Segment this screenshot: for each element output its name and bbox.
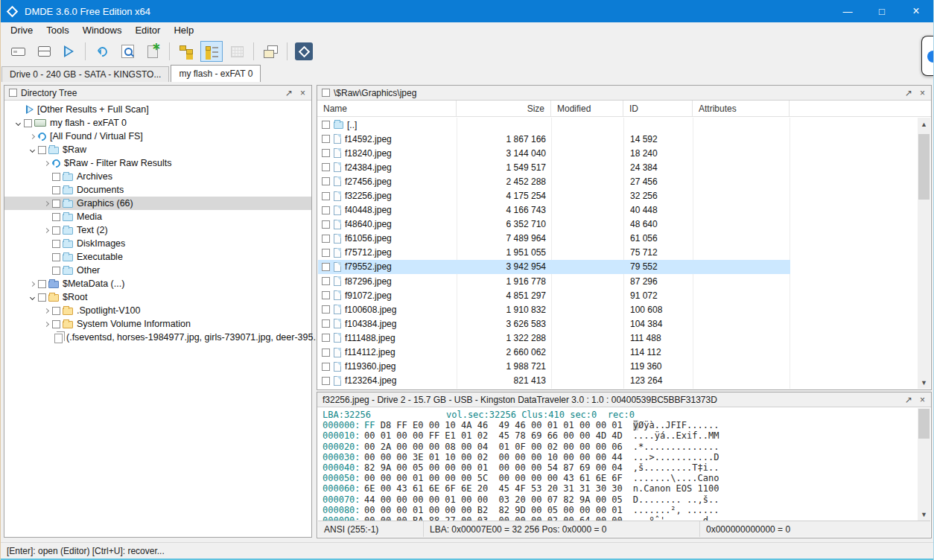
tree-item-checkbox[interactable]: [38, 146, 46, 154]
chevron-right-icon[interactable]: [40, 229, 52, 232]
tree-item[interactable]: $Raw - Filter Raw Results: [4, 156, 311, 170]
file-checkbox[interactable]: [322, 206, 330, 214]
tree-item[interactable]: [All Found / Virtual FS]: [4, 130, 311, 143]
tree-item[interactable]: [Other Results + Full Scan]: [4, 103, 311, 116]
tree-panel-checkbox[interactable]: [9, 89, 17, 97]
file-row[interactable]: f123264.jpeg821 413123 264: [318, 374, 918, 388]
menu-item-help[interactable]: Help: [167, 23, 200, 37]
file-checkbox[interactable]: [322, 277, 330, 285]
tree-item[interactable]: Archives: [4, 170, 311, 183]
hex-row[interactable]: 000000:FF D8 FF E0 00 10 4A 46 49 46 00 …: [323, 420, 918, 430]
tree-item-checkbox[interactable]: [52, 267, 60, 275]
search-file-button[interactable]: [116, 41, 139, 62]
chevron-down-icon[interactable]: [12, 121, 24, 125]
file-row[interactable]: f24384.jpeg1 549 51724 384: [318, 160, 918, 174]
tree-item-checkbox[interactable]: [38, 293, 46, 302]
close-button[interactable]: ×: [899, 0, 933, 22]
hex-row[interactable]: 000080:00 00 00 01 00 00 00 B2 82 9D 00 …: [323, 505, 918, 515]
file-row[interactable]: f79552.jpeg3 942 95479 552: [318, 260, 790, 274]
tree-item-checkbox[interactable]: [52, 200, 60, 208]
tree-item-checkbox[interactable]: [52, 253, 60, 261]
file-row[interactable]: [..]: [318, 118, 918, 132]
file-checkbox[interactable]: [322, 334, 330, 342]
scroll-down-icon[interactable]: ▼: [918, 508, 930, 521]
panel-maximize-icon[interactable]: ↗: [905, 89, 912, 98]
floating-overlay-widget[interactable]: [921, 36, 933, 76]
tree-item[interactable]: Graphics (66): [4, 197, 311, 210]
file-row[interactable]: f114112.jpeg2 660 062114 112: [318, 346, 918, 360]
refresh-button[interactable]: [91, 41, 113, 62]
partitions-button[interactable]: [32, 41, 54, 62]
minimize-button[interactable]: —: [830, 0, 865, 22]
dmde-logo-button[interactable]: [293, 41, 315, 62]
tree-item[interactable]: $MetaData (...): [4, 277, 311, 290]
hex-row[interactable]: 000030:00 00 00 3E 01 10 00 02 00 00 00 …: [323, 452, 918, 462]
file-row[interactable]: f119360.jpeg1 988 721119 360: [318, 360, 918, 374]
file-checkbox[interactable]: [322, 135, 330, 143]
file-checkbox[interactable]: [322, 263, 330, 271]
chevron-down-icon[interactable]: [26, 296, 38, 299]
tree-view-button[interactable]: [175, 41, 197, 62]
tree-item[interactable]: Other: [4, 264, 311, 277]
file-checkbox[interactable]: [322, 177, 330, 185]
tree-item[interactable]: Text (2): [4, 223, 311, 237]
scroll-down-icon[interactable]: ▼: [918, 376, 930, 389]
hex-dump[interactable]: LBA:32256vol.sec:32256 Clus:410 sec:0 re…: [318, 408, 918, 521]
column-header-attributes[interactable]: Attributes: [693, 101, 790, 116]
panel-close-icon[interactable]: ×: [920, 395, 925, 404]
column-header-size[interactable]: Size: [457, 101, 551, 116]
file-row[interactable]: f91072.jpeg4 851 29791 072: [318, 288, 918, 302]
menu-item-tools[interactable]: Tools: [39, 23, 75, 37]
file-row[interactable]: f111488.jpeg1 322 288111 488: [318, 331, 918, 345]
panel-close-icon[interactable]: ×: [300, 89, 305, 98]
file-list-scrollbar[interactable]: ▲ ▼: [918, 118, 930, 389]
hex-row[interactable]: 000020:00 2A 00 00 00 08 00 04 01 0F 00 …: [323, 442, 918, 452]
file-checkbox[interactable]: [322, 249, 330, 257]
tree-item-checkbox[interactable]: [52, 320, 60, 328]
file-checkbox[interactable]: [322, 349, 330, 357]
new-scan-button[interactable]: [142, 41, 164, 62]
file-row[interactable]: f100608.jpeg1 910 832100 608: [318, 302, 918, 316]
panel-maximize-icon[interactable]: ↗: [285, 89, 293, 98]
hex-scrollbar[interactable]: ▼: [918, 408, 930, 521]
hex-row[interactable]: 000060:6E 00 43 61 6E 6F 6E 20 45 4F 53 …: [323, 483, 918, 494]
file-row[interactable]: f48640.jpeg6 352 71048 640: [318, 217, 918, 232]
tab-1[interactable]: my flash - exFAT 0: [171, 65, 261, 82]
column-header-id[interactable]: ID: [623, 101, 693, 116]
drive-button[interactable]: [7, 41, 29, 62]
file-checkbox[interactable]: [322, 235, 330, 243]
maximize-button[interactable]: □: [865, 0, 899, 22]
tree-item-checkbox[interactable]: [52, 186, 60, 194]
file-row[interactable]: f27456.jpeg2 452 28827 456: [318, 174, 918, 188]
chevron-down-icon[interactable]: [26, 148, 38, 152]
tree-item[interactable]: $Raw: [4, 143, 311, 156]
tree-item-checkbox[interactable]: [52, 213, 60, 221]
tree-item[interactable]: $Root: [4, 290, 311, 304]
scroll-up-icon[interactable]: ▲: [918, 118, 930, 130]
chevron-right-icon[interactable]: [40, 202, 52, 206]
file-checkbox[interactable]: [322, 291, 330, 299]
scrollbar-thumb[interactable]: [918, 134, 930, 200]
file-checkbox[interactable]: [322, 363, 330, 371]
hex-row[interactable]: 000040:82 9A 00 05 00 00 00 01 00 00 00 …: [323, 462, 918, 473]
tree-item[interactable]: System Volume Information: [4, 317, 311, 331]
chevron-right-icon[interactable]: [26, 282, 38, 286]
file-row[interactable]: f61056.jpeg7 489 96461 056: [318, 232, 918, 246]
chevron-right-icon[interactable]: [40, 309, 52, 313]
tree-item[interactable]: .Spotlight-V100: [4, 304, 311, 317]
hex-row[interactable]: 000090:00 00 00 BA 88 27 00 03 00 00 00 …: [323, 515, 918, 521]
tree-item-checkbox[interactable]: [38, 280, 46, 288]
panel-close-icon[interactable]: ×: [920, 89, 925, 98]
column-header-name[interactable]: Name: [317, 101, 457, 116]
scan-play-button[interactable]: [57, 41, 80, 62]
tree-item-checkbox[interactable]: [52, 240, 60, 248]
file-row[interactable]: f32256.jpeg4 175 25432 256: [318, 188, 918, 203]
file-checkbox[interactable]: [322, 149, 330, 157]
chevron-right-icon[interactable]: [40, 322, 52, 326]
file-panel-checkbox[interactable]: [322, 89, 330, 97]
tree-item[interactable]: Executable: [4, 250, 311, 264]
file-row[interactable]: f75712.jpeg1 951 05575 712: [318, 246, 918, 260]
tree-item[interactable]: my flash - exFAT 0: [4, 116, 311, 130]
file-checkbox[interactable]: [322, 121, 330, 129]
file-checkbox[interactable]: [322, 163, 330, 171]
